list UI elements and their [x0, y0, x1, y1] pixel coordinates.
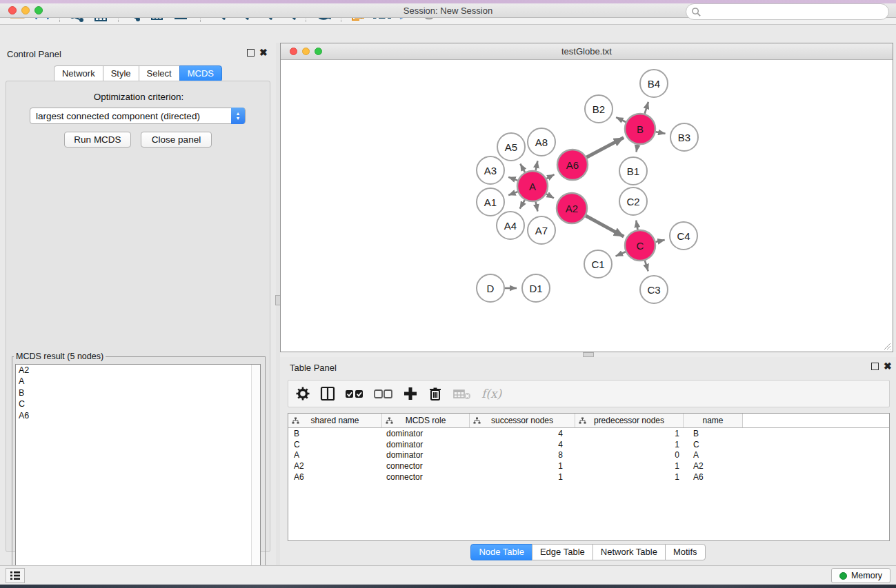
control-panel-title: Control Panel: [7, 49, 61, 59]
float-table-panel-icon[interactable]: [871, 363, 879, 370]
result-item: A: [16, 376, 260, 387]
network-close-button[interactable]: [290, 48, 297, 55]
task-history-button[interactable]: [6, 568, 25, 583]
tab-select[interactable]: Select: [139, 65, 180, 82]
network-graph: B4B2BB3A8A5A6A3B1AC2A1A2A4A7C4CC1C3DD1: [281, 60, 893, 352]
application-window: Session: New Session: [0, 0, 896, 588]
resize-grip-icon[interactable]: [882, 341, 891, 350]
tab-motifs[interactable]: Motifs: [665, 544, 706, 560]
node-label-A1: A1: [484, 196, 497, 208]
edge-A-A8[interactable]: [536, 161, 538, 170]
network-minimize-button[interactable]: [302, 48, 310, 55]
node-label-A: A: [529, 181, 536, 192]
select-value: largest connected component (directed): [36, 111, 200, 121]
node-label-C3: C3: [647, 284, 660, 296]
run-mcds-button[interactable]: Run MCDS: [64, 132, 131, 148]
edge-B-B1[interactable]: [637, 145, 638, 152]
edge-A-A1[interactable]: [508, 192, 517, 195]
node-table-body: Bdominator41BCdominator41CAdominator80AA…: [288, 428, 889, 483]
edge-A-A4[interactable]: [520, 200, 525, 209]
close-table-panel-icon[interactable]: ✖: [884, 363, 892, 370]
network-zoom-button[interactable]: [315, 48, 322, 55]
table-cell: A6: [288, 472, 382, 482]
node-label-D: D: [487, 283, 495, 294]
close-window-button[interactable]: [8, 6, 17, 14]
zoom-window-button[interactable]: [34, 6, 43, 14]
edge-A-A2[interactable]: [546, 194, 554, 198]
table-row[interactable]: Cdominator41C: [288, 439, 889, 450]
result-scrollbar[interactable]: [251, 365, 260, 582]
table-cell: A2: [684, 461, 743, 471]
select-all-icon[interactable]: [345, 384, 364, 403]
close-panel-icon[interactable]: ✖: [259, 49, 268, 57]
table-panel-tabs: Node TableEdge TableNetwork TableMotifs: [280, 544, 896, 560]
control-panel-tabs: NetworkStyleSelectMCDS: [0, 65, 276, 82]
table-settings-icon[interactable]: [295, 384, 310, 403]
add-row-icon[interactable]: [403, 384, 418, 403]
tab-network[interactable]: Network: [54, 65, 103, 82]
node-label-C2: C2: [626, 196, 639, 207]
table-row[interactable]: Adominator80A: [288, 450, 889, 461]
table-row[interactable]: A6connector11A6: [288, 472, 889, 483]
tab-node-table[interactable]: Node Table: [470, 544, 532, 560]
table-cell: 1: [470, 472, 575, 482]
close-panel-button[interactable]: Close panel: [141, 132, 212, 148]
edge-C-C3[interactable]: [645, 261, 648, 271]
optimization-criterion-select[interactable]: largest connected component (directed) ▲…: [30, 108, 246, 124]
table-row[interactable]: A2connector11A2: [288, 460, 889, 472]
column-label: shared name: [310, 416, 359, 425]
delete-row-icon[interactable]: [428, 384, 443, 403]
memory-label: Memory: [851, 571, 882, 580]
column-layout-icon[interactable]: [320, 384, 335, 403]
node-label-C1: C1: [591, 258, 604, 270]
mcds-result-group: MCDS result (5 nodes) A2ABCA6: [12, 352, 266, 588]
edge-A-A3[interactable]: [508, 177, 517, 181]
edge-B-B4[interactable]: [645, 102, 648, 114]
node-label-B4: B4: [648, 78, 660, 90]
search-input[interactable]: [686, 3, 889, 20]
edge-A-A6[interactable]: [546, 174, 554, 179]
table-cell: 8: [470, 450, 575, 460]
result-item: A2: [16, 365, 260, 376]
edge-C-C4[interactable]: [655, 240, 664, 242]
column-label: name: [702, 416, 723, 425]
column-header-predecessor-nodes[interactable]: predecessor nodes: [575, 414, 684, 427]
mcds-result-title: MCDS result (5 nodes): [14, 352, 106, 361]
table-cell: B: [684, 429, 743, 438]
optimization-criterion-label: Optimization criterion:: [6, 92, 271, 102]
table-cell: 1: [575, 472, 684, 482]
status-bar: Memory: [0, 565, 896, 585]
edge-C-C1[interactable]: [616, 252, 626, 256]
table-panel: Table Panel ✖ f(x): [280, 357, 896, 565]
memory-button[interactable]: Memory: [831, 568, 890, 583]
float-panel-icon[interactable]: [247, 49, 255, 57]
edge-A2-C[interactable]: [586, 216, 624, 236]
deselect-all-icon[interactable]: [374, 384, 393, 403]
edge-A6-B[interactable]: [586, 138, 624, 158]
minimize-window-button[interactable]: [21, 6, 30, 14]
edge-C-C2[interactable]: [636, 221, 637, 230]
column-header-shared-name[interactable]: shared name: [288, 414, 382, 427]
network-canvas[interactable]: B4B2BB3A8A5A6A3B1AC2A1A2A4A7C4CC1C3DD1: [281, 60, 893, 352]
edge-A-A5[interactable]: [520, 164, 525, 172]
result-item: B: [16, 387, 260, 398]
edge-B-B3[interactable]: [656, 132, 666, 134]
column-label: MCDS role: [406, 416, 446, 425]
horizontal-splitter-handle[interactable]: [583, 352, 594, 357]
table-cell: 1: [575, 429, 684, 438]
node-label-A3: A3: [484, 165, 497, 176]
edge-B-B2[interactable]: [616, 117, 626, 122]
column-header-successor-nodes[interactable]: successor nodes: [470, 414, 575, 427]
memory-status-icon: [839, 572, 847, 580]
tab-style[interactable]: Style: [103, 65, 139, 82]
column-header-MCDS-role[interactable]: MCDS role: [382, 414, 470, 427]
column-label: predecessor nodes: [594, 416, 664, 425]
table-row[interactable]: Bdominator41B: [288, 428, 889, 439]
edge-A-A7[interactable]: [536, 202, 538, 212]
column-header-filler: [743, 414, 889, 427]
mcds-result-list[interactable]: A2ABCA6: [15, 364, 261, 583]
tab-mcds[interactable]: MCDS: [179, 65, 222, 82]
tab-edge-table[interactable]: Edge Table: [532, 544, 593, 560]
tab-network-table[interactable]: Network Table: [593, 544, 666, 560]
column-header-name[interactable]: name: [684, 414, 743, 427]
